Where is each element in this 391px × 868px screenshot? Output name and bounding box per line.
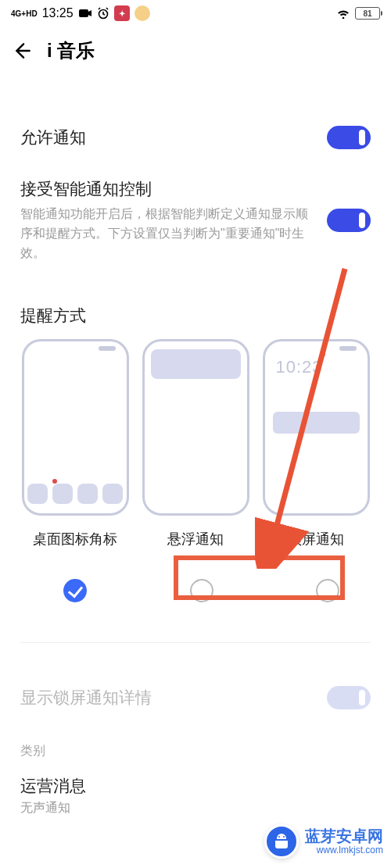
row-allow-notification[interactable]: 允许通知: [20, 106, 371, 169]
phone-mock-lock: 10:23: [263, 339, 370, 516]
svg-rect-0: [79, 9, 88, 17]
app-badge-red-icon: ✦: [114, 5, 130, 21]
svg-point-4: [283, 836, 285, 838]
watermark-url: www.lmkjst.com: [317, 845, 383, 856]
row-label: 接受智能通知控制: [20, 178, 314, 200]
camera-icon: [78, 8, 92, 19]
row-description: 智能通知功能开启后，根据智能判断定义通知显示顺序和提醒方式。下方设置仅当判断为"…: [20, 205, 314, 263]
app-icon: [27, 484, 48, 504]
app-badge-cream-icon: [135, 5, 150, 21]
ops-message-subtitle: 无声通知: [20, 800, 371, 816]
row-smart-control[interactable]: 接受智能通知控制 智能通知功能开启后，根据智能判断定义通知显示顺序和提醒方式。下…: [20, 169, 371, 278]
row-ops-message[interactable]: 运营消息 无声通知: [0, 770, 391, 832]
svg-point-3: [278, 836, 280, 838]
phone-mock-floating: [142, 339, 249, 516]
notch-icon: [99, 346, 116, 351]
check-desktop-badge[interactable]: [63, 579, 87, 602]
toggle-smart-control[interactable]: [327, 209, 371, 232]
lock-banner-icon: [273, 412, 360, 434]
row-show-lock-detail: 显示锁屏通知详情: [20, 666, 371, 729]
reminder-methods-title: 提醒方式: [20, 278, 371, 339]
method-floating[interactable]: 悬浮通知: [141, 339, 250, 548]
notch-icon: [339, 346, 357, 351]
dock-row: [24, 484, 127, 504]
app-icon: [77, 484, 98, 504]
ops-message-title: 运营消息: [20, 775, 371, 797]
back-arrow-icon[interactable]: [13, 41, 33, 61]
toggle-show-lock-detail: [327, 686, 371, 709]
watermark-text: 蓝芽安卓网: [305, 827, 383, 845]
check-lockscreen[interactable]: [316, 579, 339, 602]
check-floating[interactable]: [190, 579, 213, 602]
method-label: 锁屏通知: [288, 530, 344, 548]
status-left: 4G+HD 13:25 ✦: [11, 5, 150, 21]
page-header: i 音乐: [0, 27, 391, 75]
clock: 13:25: [42, 6, 74, 20]
row-label: 显示锁屏通知详情: [20, 687, 152, 709]
method-label: 悬浮通知: [167, 530, 224, 548]
clock-alarm-icon: [97, 7, 109, 20]
phone-mock-badge: [22, 339, 129, 516]
status-right: 81: [336, 7, 380, 20]
watermark-logo-icon: [264, 824, 299, 859]
watermark: 蓝芽安卓网 www.lmkjst.com: [264, 824, 383, 859]
method-desktop-badge[interactable]: 桌面图标角标: [20, 339, 130, 548]
network-indicator: 4G+HD: [11, 10, 38, 17]
row-label: 允许通知: [20, 127, 86, 148]
battery-indicator: 81: [355, 7, 380, 20]
lock-time-text: 10:23: [276, 357, 323, 377]
wifi-icon: [336, 8, 350, 19]
method-check-row: [20, 572, 371, 609]
category-label: 类别: [0, 729, 391, 770]
app-icon: [102, 484, 123, 504]
floating-banner-icon: [151, 349, 241, 379]
reminder-methods-row: 桌面图标角标 悬浮通知 10:23 锁屏通知: [20, 339, 371, 548]
page-title: i 音乐: [47, 38, 95, 63]
status-bar: 4G+HD 13:25 ✦ 81: [0, 0, 391, 27]
toggle-allow-notification[interactable]: [327, 126, 371, 149]
app-icon: [52, 484, 73, 504]
method-lockscreen[interactable]: 10:23 锁屏通知: [261, 339, 371, 548]
method-label: 桌面图标角标: [33, 530, 117, 548]
